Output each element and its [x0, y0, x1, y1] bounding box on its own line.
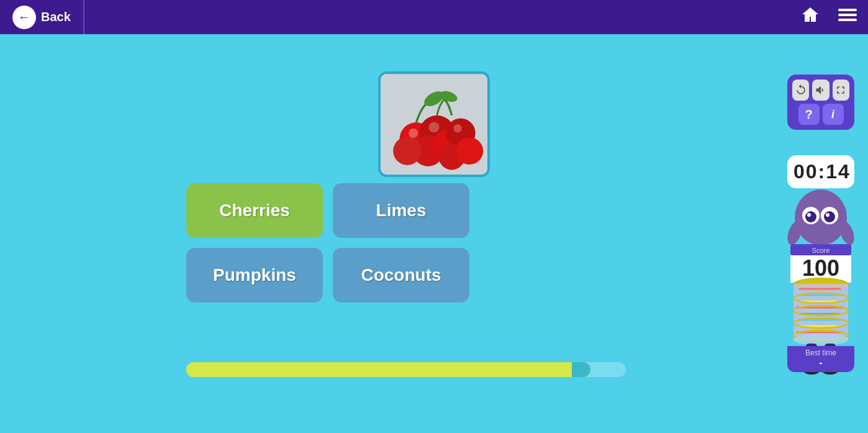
answer-coconuts[interactable]: Coconuts	[333, 248, 469, 303]
svg-point-25	[826, 213, 830, 217]
answer-pumpkins[interactable]: Pumpkins	[186, 248, 323, 303]
main-content: Foods Ch	[0, 34, 868, 433]
info-button[interactable]: i	[823, 104, 844, 125]
svg-point-16	[453, 124, 461, 132]
answer-grid: Cherries Limes Pumpkins Coconuts	[186, 183, 469, 303]
svg-point-48	[793, 334, 848, 345]
header: ← Back	[0, 0, 868, 34]
svg-point-15	[428, 122, 439, 132]
restart-button[interactable]	[792, 80, 809, 101]
svg-point-22	[805, 211, 816, 222]
svg-rect-1	[838, 14, 857, 16]
menu-button[interactable]	[833, 3, 862, 32]
svg-point-14	[409, 129, 418, 138]
best-time-value: -	[787, 357, 854, 368]
timer-display: 00:14	[793, 160, 851, 183]
best-time-box: Best time -	[787, 346, 854, 372]
svg-text:100: 100	[802, 255, 839, 281]
svg-point-13	[456, 137, 483, 165]
volume-button[interactable]	[812, 80, 829, 101]
home-icon	[800, 5, 820, 29]
back-label: Back	[41, 10, 71, 24]
help-button[interactable]: ?	[798, 104, 820, 125]
back-arrow-icon: ←	[18, 10, 30, 24]
home-button[interactable]	[796, 3, 825, 32]
answer-limes[interactable]: Limes	[333, 183, 469, 238]
menu-icon	[838, 6, 857, 29]
svg-point-24	[807, 213, 811, 217]
svg-rect-2	[838, 19, 857, 21]
back-button[interactable]: ← Back	[0, 0, 84, 34]
progress-bar-cap	[572, 362, 590, 377]
progress-bar-fill	[186, 362, 590, 377]
food-image	[378, 71, 490, 177]
controls-box: ? i	[787, 75, 854, 130]
svg-text:Score: Score	[812, 247, 830, 254]
svg-point-23	[824, 211, 835, 222]
progress-bar-container	[186, 362, 626, 377]
answer-cherries[interactable]: Cherries	[186, 183, 323, 238]
svg-point-11	[393, 137, 422, 165]
monster-area: Score 100	[787, 183, 854, 372]
fullscreen-button[interactable]	[833, 80, 849, 101]
svg-rect-0	[838, 9, 857, 11]
back-circle: ←	[12, 6, 36, 29]
best-time-label: Best time	[787, 349, 854, 357]
